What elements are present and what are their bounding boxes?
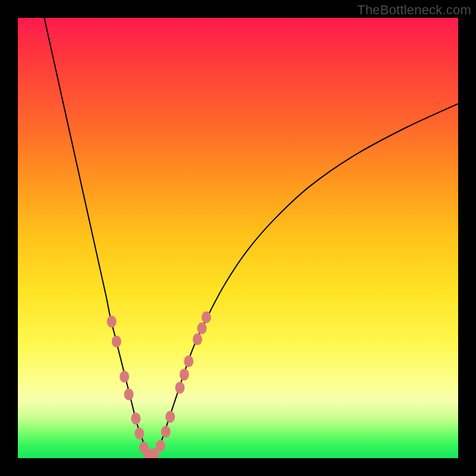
plot-area [18, 18, 458, 458]
data-point [161, 426, 171, 438]
data-point [120, 371, 129, 383]
left-curve-path [44, 18, 148, 456]
data-point [131, 412, 140, 424]
data-point [165, 411, 175, 422]
data-point [197, 322, 206, 334]
data-point [112, 336, 121, 347]
data-point [193, 333, 202, 345]
watermark-text: TheBottleneck.com [357, 2, 471, 18]
data-point [175, 382, 184, 394]
chart-svg [18, 18, 458, 458]
data-point [180, 368, 189, 380]
data-point [107, 316, 117, 328]
data-point [184, 355, 193, 367]
right-curve-path [149, 104, 458, 456]
data-point [134, 428, 144, 440]
data-point [124, 389, 133, 400]
outer-frame: TheBottleneck.com [0, 0, 476, 476]
data-point [202, 311, 211, 323]
data-point-markers [107, 311, 211, 458]
data-point [156, 440, 165, 452]
